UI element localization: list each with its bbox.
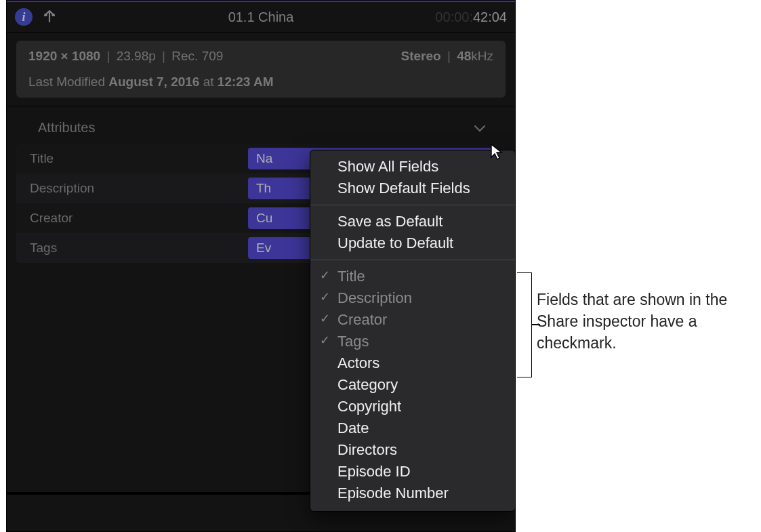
menu-field-actors[interactable]: Actors [310, 352, 515, 374]
menu-field-episode-number[interactable]: Episode Number [310, 483, 515, 504]
media-format-row: 1920 × 1080 | 23.98p | Rec. 709 Stereo |… [16, 43, 506, 69]
menu-field-description[interactable]: Description [310, 287, 515, 309]
last-modified-row: Last Modified August 7, 2016 at 12:23 AM [16, 69, 506, 95]
callout-text: Fields that are shown in the Share inspe… [537, 289, 747, 354]
menu-field-directors[interactable]: Directors [310, 439, 515, 461]
attr-label: Description [24, 181, 248, 196]
attr-label: Tags [24, 241, 248, 255]
menu-field-category[interactable]: Category [310, 374, 515, 396]
attr-label: Creator [24, 211, 248, 226]
attr-label: Title [24, 151, 248, 166]
attributes-popup-menu: Show All Fields Show Default Fields Save… [310, 150, 516, 512]
media-metadata-box: 1920 × 1080 | 23.98p | Rec. 709 Stereo |… [16, 41, 506, 98]
timecode-display: 00:00:42:04 [435, 9, 507, 25]
cursor-icon [489, 143, 507, 161]
menu-show-default-fields[interactable]: Show Default Fields [310, 178, 515, 199]
menu-field-date[interactable]: Date [310, 417, 515, 439]
attributes-label: Attributes [38, 120, 95, 136]
menu-field-copyright[interactable]: Copyright [310, 396, 515, 417]
menu-field-tags[interactable]: Tags [310, 331, 515, 352]
menu-update-to-default[interactable]: Update to Default [310, 232, 515, 254]
menu-field-title[interactable]: Title [310, 266, 515, 287]
menu-field-episode-id[interactable]: Episode ID [310, 461, 515, 483]
callout-bracket [517, 272, 532, 377]
menu-show-all-fields[interactable]: Show All Fields [310, 156, 515, 178]
menu-field-creator[interactable]: Creator [310, 309, 515, 331]
chevron-down-icon[interactable] [474, 120, 485, 136]
inspector-panel: i 01.1 China 00:00:42:04 1920 × 1080 | 2… [6, 0, 516, 532]
inspector-toolbar: i 01.1 China 00:00:42:04 [7, 2, 515, 33]
svg-rect-1 [52, 14, 55, 16]
share-icon[interactable] [42, 9, 57, 26]
info-icon[interactable]: i [15, 8, 33, 26]
svg-rect-0 [45, 14, 47, 16]
menu-save-as-default[interactable]: Save as Default [310, 211, 515, 232]
attributes-section-header[interactable]: Attributes [7, 106, 515, 144]
